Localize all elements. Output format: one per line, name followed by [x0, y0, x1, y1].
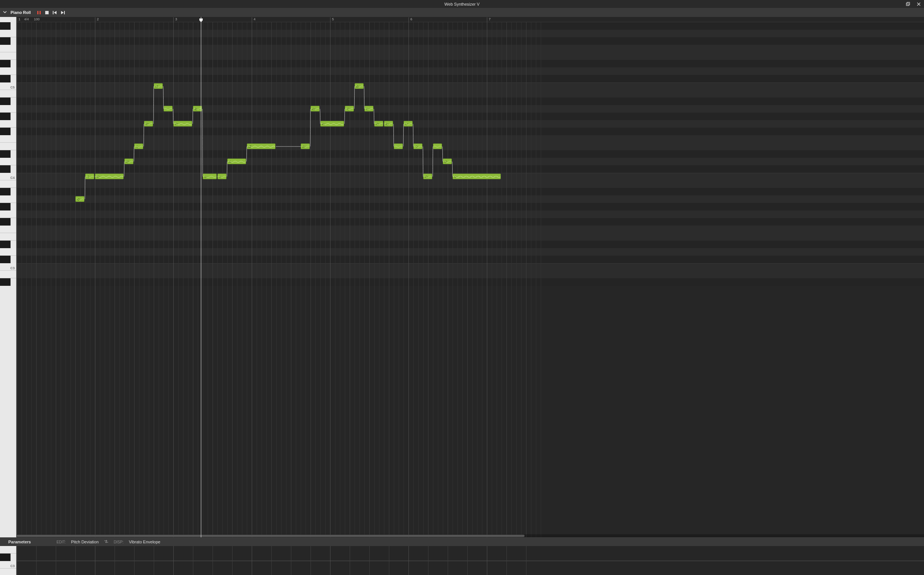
pause-button[interactable] [37, 11, 41, 15]
note[interactable]: y uゆ [75, 196, 84, 202]
note[interactable]: w aわ [384, 121, 393, 127]
note[interactable]: h iひ [443, 159, 452, 164]
black-key[interactable] [0, 218, 11, 226]
black-key[interactable] [0, 37, 11, 45]
bar-number: 4 [252, 17, 255, 22]
black-key[interactable] [0, 278, 11, 286]
note[interactable]: w aわ [311, 106, 320, 111]
note[interactable]: k oこ [134, 143, 143, 149]
white-key[interactable] [0, 30, 16, 37]
black-key[interactable] [0, 113, 11, 120]
white-key[interactable]: C3 [0, 561, 16, 569]
note[interactable]: n oの [374, 121, 383, 127]
horizontal-scrollbar[interactable] [17, 534, 924, 537]
white-key[interactable] [0, 52, 16, 60]
black-key[interactable] [0, 554, 11, 561]
black-key[interactable] [0, 150, 11, 158]
playhead[interactable] [201, 17, 201, 537]
scrollbar-thumb[interactable] [17, 535, 524, 537]
note[interactable]: y aや [95, 173, 124, 179]
white-key[interactable] [0, 211, 16, 218]
note[interactable] [433, 143, 442, 149]
black-key[interactable] [0, 22, 11, 30]
note[interactable]: n oの [173, 121, 192, 127]
black-key[interactable] [0, 128, 11, 135]
white-key[interactable] [0, 271, 16, 278]
black-key[interactable] [0, 203, 11, 211]
note[interactable]: k eけ [124, 159, 134, 164]
note[interactable]: y aや [144, 121, 153, 127]
note[interactable]: m iみ [355, 83, 364, 89]
white-key[interactable] [0, 120, 16, 128]
white-key[interactable] [0, 158, 16, 165]
white-key[interactable] [0, 45, 16, 52]
vibrato-wave-icon [164, 106, 172, 111]
note[interactable]: t s uつ [413, 143, 422, 149]
note[interactable]: oお [301, 143, 310, 149]
note[interactable]: n oの [423, 173, 432, 179]
vibrato-wave-icon [301, 144, 309, 149]
white-key[interactable] [0, 226, 16, 233]
disp-value[interactable]: Vibrato Envelope [129, 540, 161, 544]
white-key[interactable]: C5 [0, 83, 16, 90]
timeline-ruler[interactable]: 12345674/4100 [17, 17, 924, 22]
skip-forward-button[interactable] [61, 11, 65, 15]
close-button[interactable] [916, 1, 922, 7]
white-key[interactable] [0, 90, 16, 97]
vibrato-wave-icon [86, 174, 94, 179]
note[interactable]: t eて [345, 106, 354, 111]
black-key[interactable] [0, 60, 11, 67]
white-key[interactable] [0, 195, 16, 203]
vibrato-wave-icon [404, 121, 412, 126]
note[interactable]: uう [85, 173, 94, 179]
bar-number: 1 [17, 17, 20, 22]
note[interactable]: t aた [365, 106, 373, 111]
white-key[interactable] [0, 569, 16, 575]
white-key[interactable] [0, 135, 16, 143]
note[interactable]: k aか [452, 173, 501, 179]
note[interactable]: r eれ [320, 121, 344, 127]
black-key[interactable] [0, 75, 11, 83]
edit-value[interactable]: Pitch Deviation [71, 540, 98, 544]
edit-label: EDIT: [57, 540, 65, 544]
note[interactable]: k aか [203, 173, 217, 179]
white-key[interactable]: C3 [0, 263, 16, 271]
piano-roll-editor[interactable]: C5C4C3 y uゆuうy aやk eけk oこy aやk eけn oのaあk… [0, 17, 924, 537]
white-key[interactable] [0, 248, 16, 256]
note[interactable]: t oと [217, 173, 226, 179]
white-key[interactable]: C4 [0, 173, 16, 180]
panel-title: Piano Roll [11, 10, 31, 15]
note[interactable]: k eけ [154, 83, 163, 89]
white-key[interactable] [0, 67, 16, 75]
note[interactable]: Nん [227, 159, 246, 164]
note[interactable] [394, 143, 403, 149]
black-key[interactable] [0, 165, 11, 173]
params-keyboard[interactable]: C3 [0, 546, 17, 575]
black-key[interactable] [0, 188, 11, 195]
note[interactable] [164, 106, 173, 111]
skip-back-button[interactable] [53, 11, 57, 15]
vibrato-wave-icon [218, 174, 226, 179]
stop-button[interactable] [45, 11, 49, 15]
white-key[interactable] [0, 143, 16, 150]
time-signature[interactable]: 4/4 [24, 17, 29, 21]
vibrato-wave-icon [247, 144, 275, 149]
white-key[interactable] [0, 180, 16, 188]
collapse-icon[interactable] [3, 10, 7, 15]
tempo[interactable]: 100 [34, 17, 40, 21]
maximize-restore-button[interactable] [905, 1, 911, 7]
piano-keyboard[interactable]: C5C4C3 [0, 17, 17, 537]
note[interactable]: b oぼ [247, 143, 276, 149]
black-key[interactable] [0, 97, 11, 105]
swap-icon[interactable] [104, 539, 108, 545]
white-key[interactable] [0, 233, 16, 241]
disp-label: DISP: [114, 540, 124, 544]
white-key[interactable] [0, 546, 16, 554]
note-grid[interactable]: y uゆuうy aやk eけk oこy aやk eけn oのaあk aかt oと… [17, 17, 924, 537]
vibrato-wave-icon [424, 174, 432, 179]
note[interactable]: iい [404, 121, 413, 127]
black-key[interactable] [0, 241, 11, 248]
params-grid[interactable] [17, 546, 924, 575]
white-key[interactable] [0, 105, 16, 113]
black-key[interactable] [0, 256, 11, 263]
